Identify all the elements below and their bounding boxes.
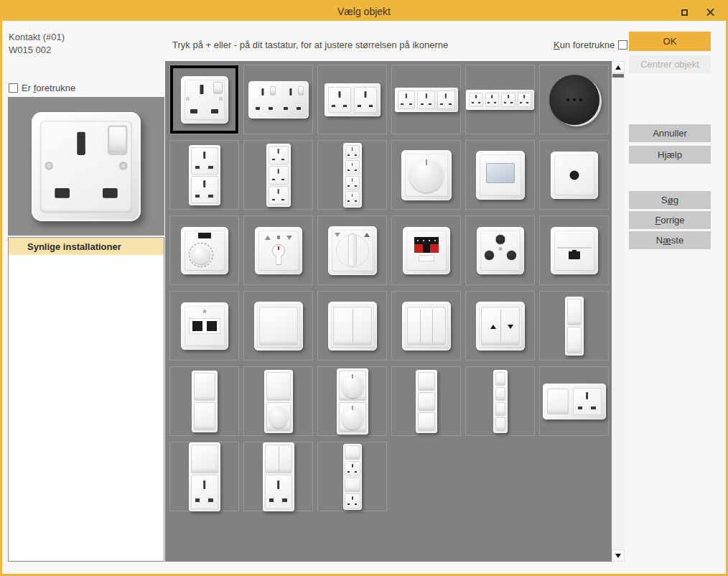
select-object-dialog: Vælg objekt Kontakt (#01) W015 002 Er fo… — [0, 0, 728, 576]
dimmer-2g-vertical[interactable] — [317, 366, 387, 436]
thermostat[interactable] — [169, 215, 239, 285]
previous-button[interactable]: Forrige — [629, 211, 711, 229]
switch-2g-socket-vertical-icon — [263, 442, 294, 511]
close-button[interactable] — [704, 6, 716, 18]
switch-2g-icon — [328, 302, 377, 350]
mixed-4g-vertical-icon — [343, 444, 362, 510]
speaker-outlet[interactable] — [391, 215, 461, 285]
close-icon — [706, 9, 714, 17]
object-name: Kontakt (#01) — [9, 31, 65, 44]
motion-sensor[interactable] — [465, 140, 535, 210]
list-header: Synlige installationer — [9, 238, 164, 255]
socket-2g-vertical-icon — [189, 145, 220, 205]
rotary-dimmer[interactable] — [391, 140, 461, 210]
mixed-4g-vertical[interactable] — [317, 442, 387, 511]
socket-4g-strip[interactable] — [465, 65, 535, 134]
scrollbar-thumb[interactable] — [612, 74, 624, 78]
switch-3g-vertical-icon — [416, 370, 437, 433]
socket-3g-strip[interactable] — [391, 65, 461, 134]
socket-4g-strip-icon — [466, 90, 534, 110]
kun-foretrukne-row: Kun foretrukne — [554, 40, 627, 50]
socket-2g-icon — [325, 83, 381, 116]
dialog-title: Vælg objekt — [2, 6, 726, 17]
switch-2g-vertical-narrow[interactable] — [539, 291, 609, 361]
er-foretrukne-row: Er foretrukne — [9, 83, 75, 93]
kun-foretrukne-label: Kun foretrukne — [554, 40, 615, 50]
er-foretrukne-label: Er foretrukne — [22, 83, 75, 93]
switch-1g-icon — [254, 302, 303, 350]
switch-3g-icon — [402, 302, 451, 350]
switch-1g[interactable] — [243, 291, 313, 361]
blind-rotary-switch-icon — [328, 226, 377, 275]
socket-2g-plate-icon — [248, 81, 309, 119]
speaker-outlet-icon — [403, 227, 450, 274]
switch-3g-vertical[interactable] — [391, 366, 461, 436]
uk-socket-1gang-switched — [32, 112, 141, 221]
switch-2g-socket-vertical[interactable] — [243, 442, 313, 511]
socket-3g-vertical[interactable] — [243, 140, 313, 210]
ok-button[interactable]: OK — [629, 32, 711, 51]
resize-instruction: Tryk på + eller - på dit tastatur, for a… — [172, 40, 448, 50]
rotary-dimmer-icon — [401, 150, 452, 200]
cancel-button[interactable]: Annuller — [629, 124, 711, 142]
switch-dimmer-vertical[interactable] — [243, 366, 313, 436]
switch-socket-horizontal[interactable] — [539, 366, 609, 436]
switch-socket-horizontal-icon — [543, 384, 606, 419]
tv-sat-outlet-icon — [477, 227, 524, 274]
maximize-icon — [681, 9, 688, 16]
titlebar: Vælg objekt — [2, 2, 726, 21]
socket-4g-vertical[interactable] — [317, 140, 387, 210]
preview-image — [62, 143, 110, 190]
next-button[interactable]: Næste — [629, 231, 711, 249]
key-switch-icon — [255, 227, 302, 274]
data-outlet-icon — [551, 227, 598, 274]
socket-3g-vertical-icon — [266, 144, 291, 207]
floor-socket-round-icon — [549, 75, 599, 125]
data-outlet[interactable] — [539, 215, 609, 285]
motion-sensor-icon — [476, 151, 525, 200]
scroll-up-button[interactable] — [612, 61, 625, 73]
socket-2g-plate[interactable] — [243, 65, 313, 134]
center-object-button[interactable]: Centrer objekt — [629, 55, 711, 73]
visible-installations-list[interactable]: Synlige installationer — [8, 237, 164, 562]
er-foretrukne-checkbox[interactable] — [9, 83, 18, 93]
data-outlet-2g[interactable] — [169, 291, 239, 361]
switch-2g[interactable] — [317, 291, 387, 361]
scroll-down-icon — [615, 554, 621, 558]
socket-2g[interactable] — [317, 65, 387, 134]
help-button[interactable]: Hjælp — [629, 146, 711, 164]
data-outlet-2g-icon — [181, 302, 228, 350]
search-button[interactable]: Søg — [629, 191, 711, 209]
maximize-button[interactable] — [678, 6, 690, 18]
socket-1g-switched-icon — [181, 76, 228, 124]
blind-rotary-switch[interactable] — [317, 215, 387, 285]
scroll-up-icon — [615, 65, 621, 70]
switch-2g-vertical-narrow-icon — [565, 297, 584, 356]
tv-sat-outlet[interactable] — [465, 215, 535, 285]
object-code: W015 002 — [9, 44, 65, 57]
object-meta: Kontakt (#01) W015 002 — [9, 31, 65, 57]
object-preview — [8, 97, 164, 236]
switch-socket-vertical[interactable] — [169, 442, 239, 511]
tv-outlet-icon — [551, 152, 598, 199]
switch-dimmer-vertical-icon — [264, 370, 293, 433]
thermostat-icon — [181, 227, 228, 274]
blind-switch[interactable] — [465, 291, 535, 361]
kun-foretrukne-checkbox[interactable] — [618, 40, 627, 50]
dimmer-2g-vertical-icon — [337, 368, 368, 435]
grid-scrollbar[interactable] — [612, 61, 625, 562]
switch-3g[interactable] — [391, 291, 461, 361]
object-grid — [165, 61, 612, 562]
switch-2g-vertical[interactable] — [169, 366, 239, 436]
socket-1g-switched[interactable] — [169, 65, 239, 134]
socket-2g-vertical[interactable] — [169, 140, 239, 210]
switch-socket-vertical-icon — [189, 442, 220, 511]
switch-4g-vertical-narrow-icon — [493, 370, 508, 433]
switch-2g-vertical-icon — [192, 371, 218, 432]
tv-outlet[interactable] — [539, 140, 609, 210]
switch-4g-vertical-narrow[interactable] — [465, 366, 535, 436]
scroll-down-button[interactable] — [612, 549, 625, 562]
key-switch[interactable] — [243, 215, 313, 285]
floor-socket-round[interactable] — [539, 65, 609, 134]
socket-3g-strip-icon — [395, 88, 458, 112]
